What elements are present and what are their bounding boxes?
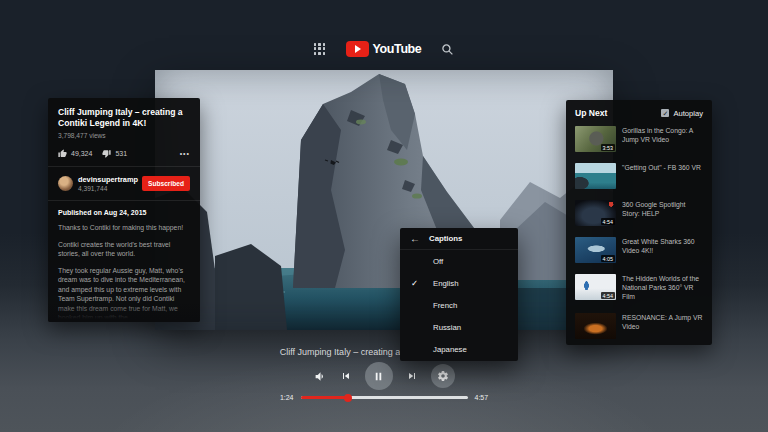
up-next-panel: Up Next ✓ Autoplay 3:53 Gorillas in the … (566, 100, 712, 345)
previous-button[interactable] (340, 370, 352, 382)
captions-option-off[interactable]: Off (400, 250, 518, 272)
up-next-item-title: RESONANCE: A Jump VR Video (622, 313, 703, 339)
up-next-item-title: The Hidden Worlds of the National Parks … (622, 274, 703, 302)
autoplay-checkbox-icon[interactable]: ✓ (661, 109, 669, 117)
up-next-item[interactable]: 4:05 Great White Sharks 360 Video 4K!! (575, 237, 703, 263)
captions-option-english[interactable]: ✓ English (400, 272, 518, 294)
check-icon: ✓ (411, 278, 418, 288)
video-thumbnail-coastline (575, 163, 616, 189)
dislike-count: 531 (115, 150, 127, 157)
youtube-play-icon (346, 41, 369, 57)
up-next-item-title: Great White Sharks 360 Video 4K!! (622, 237, 703, 263)
captions-menu-title: Captions (429, 234, 462, 243)
subscribed-button[interactable]: Subscribed (142, 176, 190, 191)
divider (48, 166, 200, 167)
duration-badge: 4:54 (601, 292, 616, 299)
description-paragraph: They took regular Aussie guy, Matt, who'… (58, 266, 190, 322)
duration-badge: 4:54 (601, 218, 616, 225)
settings-button[interactable] (431, 364, 455, 388)
video-thumbnail-snow-hiker: 4:54 (575, 274, 616, 300)
duration-badge: 4:05 (601, 255, 616, 262)
thumb-down-icon[interactable] (102, 149, 111, 158)
seek-bar[interactable] (301, 396, 468, 399)
video-player-screen[interactable] (155, 70, 613, 330)
video-thumbnail-fire (575, 313, 616, 339)
up-next-item[interactable]: 4:54 360 Google Spotlight Story: HELP (575, 200, 703, 226)
video-frame-cliff-scene (155, 70, 613, 330)
captions-menu: ← Captions Off ✓ English French Russian … (400, 228, 518, 361)
up-next-item-title: 360 Google Spotlight Story: HELP (622, 200, 703, 226)
channel-avatar[interactable] (58, 176, 73, 191)
captions-option-label: Off (433, 257, 443, 266)
skip-next-icon (406, 370, 418, 382)
skip-previous-icon (340, 370, 352, 382)
up-next-item[interactable]: 3:53 Gorillas in the Congo: A Jump VR Vi… (575, 126, 703, 152)
autoplay-label: Autoplay (673, 109, 703, 118)
view-count: 3,798,477 views (58, 132, 190, 139)
divider (48, 200, 200, 201)
captions-option-french[interactable]: French (400, 294, 518, 316)
apps-grid-icon[interactable] (314, 43, 326, 55)
video-description: Thanks to Contiki for making this happen… (58, 223, 190, 322)
duration-badge: 3:53 (601, 144, 616, 151)
pause-button[interactable] (365, 362, 393, 390)
youtube-logo[interactable]: YouTube (346, 41, 422, 57)
video-thumbnail-shark: 4:05 (575, 237, 616, 263)
seek-knob[interactable] (344, 394, 352, 402)
autoplay-toggle[interactable]: ✓ Autoplay (661, 109, 703, 118)
settings-gear-icon (437, 370, 449, 382)
total-duration: 4:57 (475, 394, 489, 401)
volume-button[interactable] (314, 370, 327, 383)
channel-name[interactable]: devinsupertramp (78, 175, 138, 184)
video-thumbnail-dark-street: 4:54 (575, 200, 616, 226)
volume-icon (314, 370, 327, 383)
top-bar: YouTube (0, 41, 768, 57)
search-icon[interactable] (441, 43, 454, 56)
video-title: Cliff Jumping Italy – creating a Contiki… (58, 107, 190, 129)
current-time: 1:24 (280, 394, 294, 401)
up-next-item-title: "Getting Out" - FB 360 VR (622, 163, 701, 189)
published-date: Published on Aug 24, 2015 (58, 209, 190, 216)
captions-option-label: English (433, 279, 459, 288)
back-arrow-icon[interactable]: ← (410, 234, 420, 244)
captions-option-japanese[interactable]: Japanese (400, 338, 518, 360)
description-paragraph: Contiki creates the world's best travel … (58, 240, 190, 259)
up-next-item-title: Gorillas in the Congo: A Jump VR Video (622, 126, 703, 152)
subscriber-count: 4,391,744 (78, 185, 138, 192)
progress-fill (301, 396, 349, 399)
captions-option-label: French (433, 301, 457, 310)
up-next-item[interactable]: RESONANCE: A Jump VR Video (575, 313, 703, 339)
thumb-up-icon[interactable] (58, 149, 67, 158)
like-count: 49,324 (71, 150, 92, 157)
description-paragraph: Thanks to Contiki for making this happen… (58, 223, 190, 233)
up-next-title: Up Next (575, 108, 607, 118)
player-controls (0, 362, 768, 390)
video-thumbnail-gorilla: 3:53 (575, 126, 616, 152)
up-next-item[interactable]: "Getting Out" - FB 360 VR (575, 163, 703, 189)
more-options-icon[interactable]: ••• (180, 150, 190, 157)
youtube-wordmark: YouTube (373, 42, 422, 56)
progress-row: 1:24 4:57 (0, 394, 768, 401)
video-info-card: Cliff Jumping Italy – creating a Contiki… (48, 98, 200, 322)
pause-icon (373, 371, 384, 382)
captions-option-label: Russian (433, 323, 461, 332)
next-button[interactable] (406, 370, 418, 382)
captions-option-russian[interactable]: Russian (400, 316, 518, 338)
captions-option-label: Japanese (433, 345, 467, 354)
up-next-item[interactable]: 4:54 The Hidden Worlds of the National P… (575, 274, 703, 302)
